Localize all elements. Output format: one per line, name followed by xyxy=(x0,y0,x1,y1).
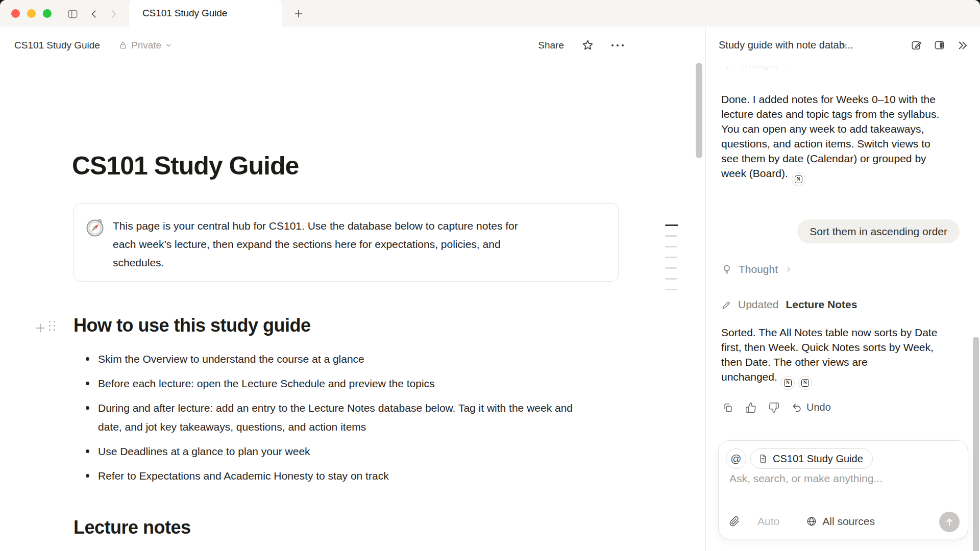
privacy-control[interactable]: Private xyxy=(118,27,172,64)
mention-button[interactable]: @ xyxy=(726,448,746,469)
new-chat-icon[interactable] xyxy=(911,39,922,51)
page-toolbar: CS101 Study Guide Private Share xyxy=(0,27,705,64)
edit-pencil-icon xyxy=(721,299,732,310)
ai-sidebar-header: Study guide with note datab... xyxy=(706,27,980,64)
drag-handle-icon[interactable] xyxy=(49,321,55,331)
assistant-message: Sorted. The All Notes table now sorts by… xyxy=(721,325,965,384)
toc-dash[interactable] xyxy=(665,257,677,258)
chat-composer: @ CS101 Study Guide Auto xyxy=(718,440,968,539)
chat-title-dropdown[interactable]: Study guide with note datab... xyxy=(719,39,836,51)
open-in-side-peek-icon[interactable] xyxy=(934,39,945,51)
lightbulb-icon xyxy=(721,264,732,275)
notion-window: CS101 Study Guide CS101 Study Guide Priv… xyxy=(0,0,980,551)
toc-dash[interactable] xyxy=(665,246,677,247)
section-heading-lecture-notes[interactable]: Lecture notes xyxy=(74,516,191,539)
chevron-right-icon xyxy=(785,266,792,273)
user-message-bubble: Sort them in ascending order xyxy=(797,219,960,243)
tab-title: CS101 Study Guide xyxy=(142,8,227,19)
toc-dash[interactable] xyxy=(665,278,677,280)
window-tab-bar: CS101 Study Guide xyxy=(0,0,980,27)
model-auto-label[interactable]: Auto xyxy=(757,515,779,528)
ai-sidebar: Study guide with note datab... xyxy=(706,27,980,551)
list-item[interactable]: Before each lecture: open the Lecture Sc… xyxy=(85,374,595,393)
thumbs-down-icon[interactable] xyxy=(768,402,779,413)
send-button[interactable] xyxy=(939,512,960,532)
back-icon[interactable] xyxy=(87,8,101,20)
zoom-window-button[interactable] xyxy=(43,9,52,18)
list-item[interactable]: Refer to Expectations and Academic Hones… xyxy=(85,466,595,485)
collapse-sidebar-icon[interactable] xyxy=(957,39,969,52)
sidebar-scrollbar[interactable] xyxy=(973,337,979,551)
updated-page-row[interactable]: Updated Lecture Notes xyxy=(721,298,857,311)
main-scrollbar[interactable] xyxy=(696,63,702,158)
toggle-sidebar-icon[interactable] xyxy=(66,8,79,20)
forward-icon[interactable] xyxy=(107,8,120,20)
callout-text: This page is your central hub for CS101.… xyxy=(113,217,578,281)
document-area: CS101 Study Guide This page is your cent… xyxy=(0,64,705,551)
callout-block[interactable]: This page is your central hub for CS101.… xyxy=(74,203,619,282)
globe-icon xyxy=(806,516,817,527)
list-item[interactable]: During and after lecture: add an entry t… xyxy=(85,398,595,436)
thought-toggle[interactable]: Thought xyxy=(721,263,792,276)
context-chip[interactable]: CS101 Study Guide xyxy=(750,448,873,469)
attach-file-icon[interactable] xyxy=(729,516,740,527)
minimize-window-button[interactable] xyxy=(27,9,36,18)
outline-indicator[interactable] xyxy=(665,224,678,299)
notion-source-badge[interactable]: N xyxy=(792,172,805,186)
breadcrumb[interactable]: CS101 Study Guide xyxy=(14,27,100,64)
toc-dash[interactable] xyxy=(665,235,677,237)
notion-source-badge[interactable]: N xyxy=(798,376,812,390)
add-block-icon[interactable] xyxy=(34,321,47,335)
arrow-up-icon xyxy=(944,516,955,528)
notion-source-badge[interactable]: N xyxy=(781,376,795,390)
sources-selector[interactable]: All sources xyxy=(806,515,875,528)
thumbs-up-icon[interactable] xyxy=(745,402,756,413)
assistant-message: Done. I added notes for Weeks 0–10 with … xyxy=(721,92,965,181)
privacy-label: Private xyxy=(131,40,161,51)
new-tab-icon[interactable] xyxy=(292,8,305,20)
undo-button[interactable]: Undo xyxy=(791,402,831,413)
list-item[interactable]: Use Deadlines at a glance to plan your w… xyxy=(85,442,595,461)
page-title[interactable]: CS101 Study Guide xyxy=(72,151,299,181)
toc-dash[interactable] xyxy=(665,289,677,290)
share-button[interactable]: Share xyxy=(538,40,564,51)
favorite-star-icon[interactable] xyxy=(581,39,594,52)
more-options-icon[interactable] xyxy=(611,44,624,46)
undo-icon xyxy=(791,402,802,413)
lock-icon xyxy=(118,41,128,50)
tab-cs101-study-guide[interactable]: CS101 Study Guide xyxy=(129,0,282,27)
bullet-list: Skim the Overview to understand the cour… xyxy=(85,349,595,491)
page-icon xyxy=(758,454,768,464)
chat-input[interactable] xyxy=(729,472,949,485)
toc-dash[interactable] xyxy=(665,267,677,269)
copy-icon[interactable] xyxy=(722,402,733,413)
close-window-button[interactable] xyxy=(11,9,20,18)
message-actions: Undo xyxy=(722,402,831,413)
chevron-down-icon xyxy=(165,42,172,49)
toc-dash-active[interactable] xyxy=(665,224,678,226)
section-heading-how-to-use[interactable]: How to use this study guide xyxy=(74,314,311,337)
compass-icon xyxy=(85,217,107,238)
list-item[interactable]: Skim the Overview to understand the cour… xyxy=(85,349,595,368)
scroll-fade xyxy=(706,64,969,77)
chevron-down-icon[interactable] xyxy=(840,41,848,49)
